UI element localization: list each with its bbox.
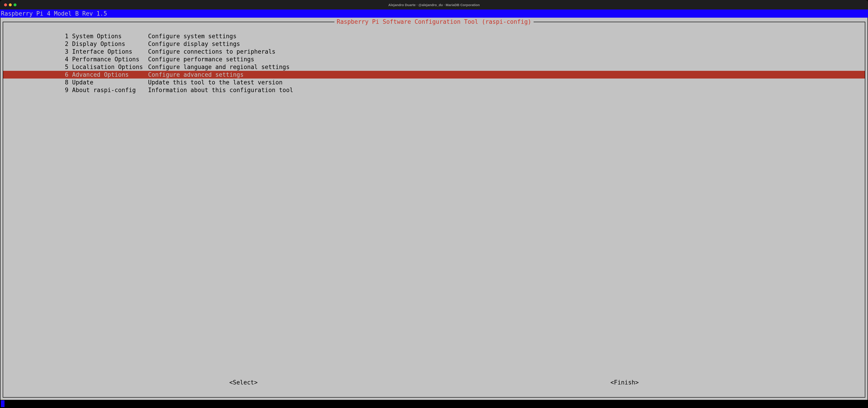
- menu-item-2[interactable]: 2Display OptionsConfigure display settin…: [3, 40, 865, 48]
- model-header: Raspberry Pi 4 Model B Rev 1.5: [0, 9, 868, 18]
- maximize-icon[interactable]: [13, 3, 17, 6]
- bottom-bar: [0, 400, 868, 408]
- menu-item-number: 6: [65, 71, 72, 79]
- menu-item-label: System Options: [72, 32, 148, 40]
- menu-item-label: About raspi-config: [72, 86, 148, 94]
- window-title: Alejandro Duarte · @alejandro_du · Maria…: [388, 3, 480, 7]
- menu-item-description: Configure connections to peripherals: [148, 48, 865, 55]
- menu-item-label: Performance Options: [72, 55, 148, 63]
- menu-item-description: Configure system settings: [148, 32, 865, 40]
- title-bar: Alejandro Duarte · @alejandro_du · Maria…: [0, 0, 868, 9]
- dialog-title-wrap: Raspberry Pi Software Configuration Tool…: [335, 18, 534, 25]
- close-icon[interactable]: [4, 3, 7, 6]
- select-button[interactable]: <Select>: [229, 379, 257, 386]
- menu-item-number: 9: [65, 86, 72, 94]
- menu-indent: [3, 86, 64, 94]
- menu-indent: [3, 79, 64, 86]
- menu-item-description: Information about this configuration too…: [148, 86, 865, 94]
- dialog-frame: Raspberry Pi Software Configuration Tool…: [3, 22, 865, 398]
- menu-item-label: Display Options: [72, 40, 148, 48]
- menu-item-number: 4: [65, 55, 72, 63]
- menu-item-description: Configure language and regional settings: [148, 63, 865, 71]
- menu-indent: [3, 71, 64, 79]
- terminal-window: Alejandro Duarte · @alejandro_du · Maria…: [0, 0, 868, 408]
- menu-item-description: Configure performance settings: [148, 55, 865, 63]
- menu-item-number: 2: [65, 40, 72, 48]
- finish-button[interactable]: <Finish>: [610, 379, 639, 386]
- menu-item-label: Update: [72, 79, 148, 86]
- menu-item-label: Localisation Options: [72, 63, 148, 71]
- menu-item-5[interactable]: 5Localisation OptionsConfigure language …: [3, 63, 865, 71]
- menu-indent: [3, 55, 64, 63]
- menu-item-9[interactable]: 9About raspi-configInformation about thi…: [3, 86, 865, 94]
- cursor-icon: [1, 400, 4, 407]
- menu-item-label: Advanced Options: [72, 71, 148, 79]
- menu-item-description: Configure display settings: [148, 40, 865, 48]
- menu-item-description: Update this tool to the latest version: [148, 79, 865, 86]
- menu-item-number: 8: [65, 79, 72, 86]
- menu-indent: [3, 63, 64, 71]
- menu-item-number: 3: [65, 48, 72, 55]
- menu-item-6[interactable]: 6Advanced OptionsConfigure advanced sett…: [3, 71, 865, 79]
- minimize-icon[interactable]: [9, 3, 12, 6]
- dialog-title: Raspberry Pi Software Configuration Tool…: [337, 18, 531, 25]
- window-controls: [4, 3, 17, 6]
- menu-list: 1System OptionsConfigure system settings…: [3, 22, 865, 379]
- menu-item-number: 5: [65, 63, 72, 71]
- menu-item-4[interactable]: 4Performance OptionsConfigure performanc…: [3, 55, 865, 63]
- menu-indent: [3, 40, 64, 48]
- menu-indent: [3, 48, 64, 55]
- dialog-container: Raspberry Pi Software Configuration Tool…: [0, 18, 868, 400]
- menu-item-1[interactable]: 1System OptionsConfigure system settings: [3, 32, 865, 40]
- menu-indent: [3, 32, 64, 40]
- menu-item-3[interactable]: 3Interface OptionsConfigure connections …: [3, 48, 865, 55]
- menu-item-number: 1: [65, 32, 72, 40]
- menu-item-description: Configure advanced settings: [148, 71, 865, 79]
- terminal-content: Raspberry Pi 4 Model B Rev 1.5 Raspberry…: [0, 9, 868, 408]
- menu-item-8[interactable]: 8UpdateUpdate this tool to the latest ve…: [3, 79, 865, 86]
- button-row: <Select> <Finish>: [3, 379, 865, 397]
- menu-item-label: Interface Options: [72, 48, 148, 55]
